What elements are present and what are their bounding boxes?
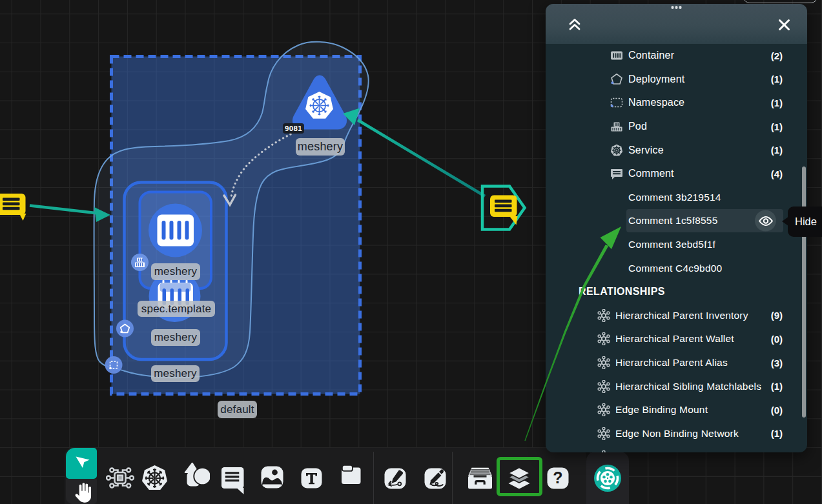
drag-handle-icon[interactable] [671,6,682,9]
meshery-dock [586,452,629,504]
panel-scrollbar[interactable] [802,166,806,418]
service-port-label: 9081 [283,123,304,134]
comment-row[interactable]: Comment 3ebd5f1f [546,233,807,257]
close-button[interactable] [774,15,794,34]
section-icon [342,465,362,485]
hand-icon [66,479,97,504]
meshery-logo-button[interactable] [594,465,621,494]
row-count: (2) [771,50,783,61]
row-label: Comment 3ebd5f1f [628,239,715,250]
component-row[interactable]: Deployment (1) [546,68,807,92]
edge-tool-button[interactable] [384,468,406,489]
relationship-row[interactable]: Edge Non Binding Network (1) [546,422,807,446]
collapse-button[interactable] [565,15,584,34]
row-label: Edge Non Binding Network [615,428,739,439]
pod-label: spec.template [138,301,215,317]
namespace-badge [105,356,123,374]
relationship-row[interactable]: Hierarchical Sibling Matchlabels (1) [546,374,807,398]
pan-tool-button[interactable] [66,479,97,504]
section-tool-button[interactable] [342,465,362,485]
container-node-1[interactable] [149,204,202,257]
relationship-row[interactable] [546,445,807,452]
tooltip-label: Hide [795,216,817,228]
edge-right-comment-service [343,108,485,197]
service-icon [610,144,623,157]
row-count: (1) [771,145,783,156]
shapes-tool-button[interactable] [183,462,210,488]
container-icon [610,49,623,62]
row-count: (9) [771,310,783,321]
service-label: meshery [296,138,345,156]
relationship-row[interactable]: Hierarchical Parent Alias (3) [546,351,807,375]
row-label: Container [628,50,674,61]
close-icon [778,19,790,31]
relationship-row[interactable]: Edge Binding Mount (0) [546,398,807,422]
graph-icon [106,466,134,490]
top-right-dock [743,0,817,3]
row-count: (4) [771,168,783,179]
row-count: (1) [771,97,783,108]
layers-highlight-box [497,457,542,496]
comment-node-right[interactable] [482,186,525,230]
row-label: Comment 3b219514 [628,192,721,203]
namespace-icon [610,96,623,109]
row-label: Hierarchical Parent Alias [615,357,728,368]
row-label: Namespace [628,97,684,108]
kubernetes-tool-button[interactable] [141,465,168,491]
pod-icon [610,120,623,133]
container1-label: meshery [151,263,200,280]
deployment-label: meshery [151,365,200,382]
freehand-tool-button[interactable] [424,468,446,489]
row-label: Hierarchical Parent Wallet [615,333,734,345]
component-row[interactable]: Container (2) [546,44,807,68]
question-mark-icon: ? [547,467,569,489]
relationship-icon [597,380,610,393]
drawer-tool-button[interactable] [468,467,493,489]
kubernetes-icon [141,465,168,491]
shapes-icon [183,462,210,488]
svg-text:?: ? [553,469,562,487]
relationship-icon [597,450,610,452]
row-label: Pod [628,121,647,132]
comment-node-left[interactable] [0,194,26,221]
comment-row[interactable]: Comment 1c5f8555 [546,209,807,233]
graph-tool-button[interactable] [106,466,134,490]
component-row[interactable]: Pod (1) [546,115,807,139]
relationship-row[interactable]: Hierarchical Parent Inventory (9) [546,304,807,328]
help-button[interactable]: ? [547,467,569,489]
row-label: Comment [628,168,674,179]
row-label: Comment C4c9bd00 [628,263,722,274]
comment-tool-icon [221,467,245,495]
row-count: (3) [771,358,783,368]
comment-icon [610,167,623,180]
row-count: (1) [771,428,783,439]
panel-header[interactable] [546,4,807,44]
toolbar-divider-2 [452,452,453,504]
component-row[interactable]: Namespace (1) [546,91,807,115]
relationship-row[interactable]: Hierarchical Parent Wallet (0) [546,327,807,351]
hide-visibility-button[interactable] [755,210,776,232]
toolbar-divider-1 [373,452,374,504]
image-tool-button[interactable] [261,466,283,489]
row-label: Hierarchical Parent Inventory [615,310,748,321]
row-label: Edge Binding Mount [615,404,708,416]
comment-tool-button[interactable] [221,467,245,495]
row-label: Comment 1c5f8555 [628,215,717,227]
component-row[interactable]: Service (1) [546,138,807,162]
meshery-logo-icon [594,465,621,492]
container2-label: meshery [151,329,200,346]
comment-row[interactable]: Comment C4c9bd00 [546,256,807,280]
comment-row[interactable]: Comment 3b219514 [546,186,807,210]
row-label: Hierarchical Sibling Matchlabels [615,381,761,392]
pen-icon [384,468,406,489]
select-tool-button[interactable] [66,448,97,479]
namespace-label: default [218,401,257,418]
component-row[interactable]: Comment (4) [546,162,807,186]
components-list: Container (2) Deployment (1) Namespace (… [546,44,807,452]
deployment-badge [116,320,134,338]
pencil-icon [424,468,446,489]
deployment-icon [610,73,623,86]
relationship-icon [597,332,610,345]
text-tool-button[interactable] [301,468,322,489]
pod-badge [131,254,149,271]
